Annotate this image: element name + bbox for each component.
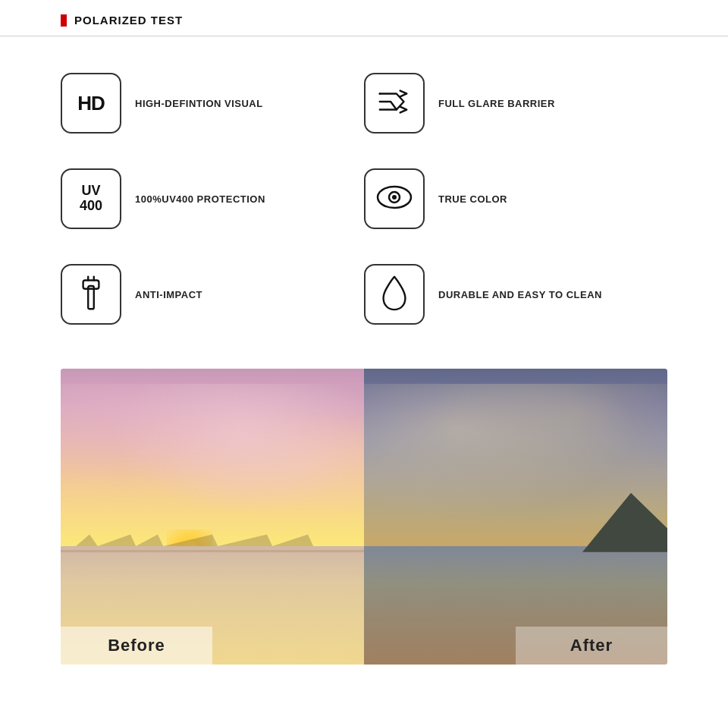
feature-true-color: TRUE COLOR <box>364 155 667 243</box>
before-label-bar: Before <box>61 627 212 665</box>
hd-visual-label: HIGH-DEFINTION VISUAL <box>135 98 263 109</box>
feature-glare-barrier: FULL GLARE BARRIER <box>364 59 667 147</box>
comparison-section: Before After <box>0 354 728 687</box>
before-horizon <box>61 550 364 552</box>
uv-protection-label: 100%UV400 PROTECTION <box>135 193 265 205</box>
section-header: POLARIZED TEST <box>0 0 728 36</box>
section-title: POLARIZED TEST <box>74 14 183 27</box>
before-panel: Before <box>61 369 364 665</box>
shuffle-icon <box>376 87 413 119</box>
svg-rect-5 <box>83 280 99 288</box>
before-label: Before <box>108 636 165 655</box>
svg-point-3 <box>392 195 397 200</box>
eye-icon-box <box>364 168 425 229</box>
feature-anti-impact: ANTI-IMPACT <box>61 250 364 338</box>
drop-icon <box>380 274 409 315</box>
anti-impact-label: ANTI-IMPACT <box>135 289 202 300</box>
eye-icon <box>375 184 414 214</box>
feature-hd-visual: HD HIGH-DEFINTION VISUAL <box>61 59 364 147</box>
uv-icon-box: UV400 <box>61 168 121 229</box>
tool-icon-box <box>61 264 121 325</box>
uv-icon: UV400 <box>80 184 102 214</box>
drop-icon-box <box>364 264 425 325</box>
after-panel: After <box>364 369 667 665</box>
true-color-label: TRUE COLOR <box>438 193 507 205</box>
header-accent <box>61 14 67 27</box>
hd-icon-box: HD <box>61 73 121 134</box>
shuffle-icon-box <box>364 73 425 134</box>
feature-durable-clean: DURABLE AND EASY TO CLEAN <box>364 250 667 338</box>
hd-icon: HD <box>77 92 105 115</box>
comparison-wrapper: Before After <box>61 369 667 665</box>
feature-uv-protection: UV400 100%UV400 PROTECTION <box>61 155 364 243</box>
after-label: After <box>570 636 613 655</box>
tool-icon <box>75 273 107 316</box>
after-label-bar: After <box>516 627 667 665</box>
durable-clean-label: DURABLE AND EASY TO CLEAN <box>438 289 602 300</box>
features-grid: HD HIGH-DEFINTION VISUAL FULL GLARE BARR… <box>0 36 728 354</box>
before-clouds <box>61 384 364 547</box>
glare-barrier-label: FULL GLARE BARRIER <box>438 98 555 109</box>
